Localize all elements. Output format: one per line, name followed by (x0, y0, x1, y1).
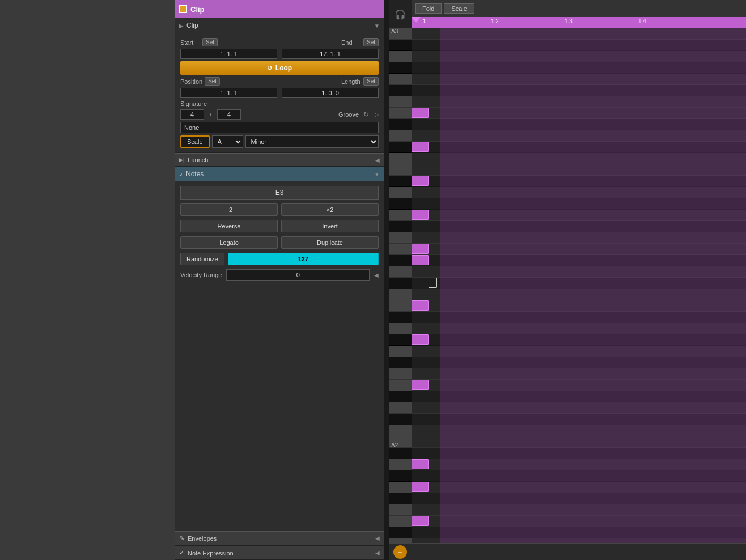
piano-key[interactable] (389, 119, 412, 130)
piano-key[interactable] (389, 402, 412, 414)
start-set-button[interactable]: Set (202, 38, 218, 46)
duplicate-button[interactable]: Duplicate (281, 236, 379, 249)
piano-key[interactable] (389, 96, 412, 108)
piano-key[interactable] (389, 108, 412, 119)
piano-key[interactable] (389, 232, 412, 244)
piano-key[interactable] (389, 448, 412, 459)
position-set-button[interactable]: Set (205, 77, 220, 86)
end-set-button[interactable]: Set (363, 38, 379, 46)
piano-roll-grid[interactable] (412, 28, 746, 543)
note-expression-header[interactable]: ✓ Note Expression ◀ (175, 546, 384, 560)
piano-key[interactable] (389, 153, 412, 164)
signature-denominator[interactable]: 4 (217, 109, 241, 120)
note-block[interactable] (412, 380, 429, 390)
clip-icon (179, 5, 187, 13)
piano-key[interactable] (389, 504, 412, 516)
piano-key[interactable] (389, 380, 412, 391)
length-set-button[interactable]: Set (363, 77, 379, 86)
note-block[interactable] (412, 255, 429, 265)
note-block[interactable] (412, 210, 429, 220)
transport-button[interactable]: ← (393, 545, 407, 559)
note-block[interactable] (412, 244, 429, 254)
scale-key-select[interactable]: A (212, 135, 243, 148)
piano-key[interactable] (389, 130, 412, 142)
piano-key[interactable] (389, 289, 412, 300)
groove-next-icon[interactable]: ▷ (374, 111, 379, 118)
signature-numerator[interactable]: 4 (180, 109, 204, 120)
clip-dropdown-row[interactable]: ▶ Clip ▼ (175, 18, 384, 33)
piano-key[interactable] (389, 493, 412, 504)
note-block[interactable] (412, 108, 429, 118)
invert-button[interactable]: Invert (281, 220, 379, 232)
fold-button[interactable]: Fold (415, 3, 442, 14)
piano-key[interactable] (389, 51, 412, 62)
piano-key[interactable] (389, 164, 412, 176)
velocity-range-value[interactable]: 0 (226, 269, 370, 281)
headphone-button[interactable]: 🎧 (389, 0, 412, 28)
piano-key[interactable] (389, 266, 412, 278)
piano-key[interactable] (389, 210, 412, 221)
note-block[interactable] (412, 459, 429, 469)
piano-key[interactable] (389, 346, 412, 357)
launch-header[interactable]: ▶| Launch ◀ (175, 153, 384, 167)
piano-roll-main: A3A2 (389, 28, 746, 543)
note-block[interactable] (412, 516, 429, 526)
piano-key[interactable] (389, 244, 412, 255)
piano-key[interactable] (389, 198, 412, 210)
piano-key[interactable] (389, 368, 412, 380)
piano-key[interactable] (389, 300, 412, 312)
piano-key[interactable] (389, 176, 412, 187)
notes-header[interactable]: ♪ Notes ▼ (175, 167, 384, 181)
times2-button[interactable]: ×2 (281, 203, 379, 216)
piano-key[interactable] (389, 391, 412, 402)
reverse-button[interactable]: Reverse (180, 220, 278, 232)
length-label: Length (341, 78, 361, 85)
note-block[interactable] (412, 176, 429, 186)
note-block[interactable] (412, 334, 429, 345)
piano-key[interactable] (389, 425, 412, 436)
piano-key[interactable] (389, 323, 412, 334)
note-block[interactable] (412, 300, 429, 311)
piano-key[interactable] (389, 459, 412, 470)
piano-key[interactable] (389, 40, 412, 51)
start-value[interactable]: 1. 1. 1 (180, 49, 277, 59)
piano-key[interactable] (389, 142, 412, 153)
piano-key[interactable] (389, 74, 412, 85)
piano-key[interactable] (389, 278, 412, 289)
piano-key[interactable] (389, 470, 412, 482)
scale-button[interactable]: Scale (180, 135, 210, 148)
note-block[interactable] (412, 482, 429, 492)
note-block[interactable] (412, 142, 429, 152)
position-value[interactable]: 1. 1. 1 (180, 88, 277, 98)
legato-button[interactable]: Legato (180, 236, 278, 249)
groove-value[interactable]: None (180, 122, 379, 133)
piano-key[interactable] (389, 334, 412, 346)
scale-display-button[interactable]: Scale (444, 3, 474, 14)
piano-key[interactable] (389, 414, 412, 425)
piano-key[interactable] (389, 357, 412, 368)
scale-type-select[interactable]: Minor (245, 135, 379, 148)
note-expression-label: Note Expression (188, 550, 234, 557)
divide2-button[interactable]: ÷2 (180, 203, 278, 216)
note-label-a2-text: A2 (391, 442, 398, 448)
piano-key[interactable] (389, 187, 412, 198)
piano-key[interactable] (389, 221, 412, 232)
legato-duplicate-row: Legato Duplicate (180, 236, 379, 249)
piano-key[interactable] (389, 85, 412, 96)
end-value[interactable]: 17. 1. 1 (282, 49, 379, 59)
envelopes-header[interactable]: ✎ Envelopes ◀ (175, 531, 384, 545)
piano-key[interactable] (389, 516, 412, 527)
piano-key[interactable] (389, 527, 412, 538)
groove-refresh-icon[interactable]: ↻ (363, 111, 369, 118)
randomize-row: Randomize 127 (180, 253, 379, 265)
piano-key[interactable] (389, 62, 412, 74)
piano-key[interactable] (389, 255, 412, 266)
ghost-notes-overlay (440, 28, 746, 543)
length-value[interactable]: 1. 0. 0 (282, 88, 379, 98)
randomize-value[interactable]: 127 (228, 253, 379, 265)
loop-button[interactable]: ↺ Loop (180, 61, 379, 75)
piano-key[interactable] (389, 312, 412, 323)
randomize-button[interactable]: Randomize (180, 253, 224, 265)
piano-key[interactable] (389, 538, 412, 543)
piano-key[interactable] (389, 482, 412, 493)
